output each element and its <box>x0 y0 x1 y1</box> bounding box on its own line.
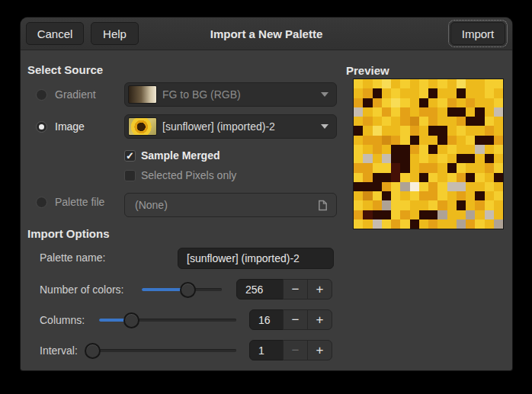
preview-cell <box>382 163 391 172</box>
preview-cell <box>428 107 437 117</box>
preview-cell <box>437 210 447 219</box>
preview-cell <box>437 126 447 135</box>
image-combo-value: [sunflower] (imported)-2 <box>162 120 321 133</box>
preview-cell <box>354 200 363 210</box>
preview-cell <box>485 107 494 117</box>
interval-slider-track[interactable] <box>85 349 236 352</box>
preview-cell <box>391 182 400 191</box>
interval-slider-handle[interactable] <box>85 343 101 359</box>
preview-cell <box>457 117 466 126</box>
preview-cell <box>475 200 484 210</box>
preview-cell <box>354 79 363 88</box>
palette-file-chooser[interactable]: (None) <box>124 193 337 217</box>
import-palette-dialog: Import a New Palette Cancel Help Import … <box>21 18 512 370</box>
palette-name-input[interactable] <box>178 248 334 269</box>
preview-cell <box>485 154 494 163</box>
selected-pixels-label[interactable]: Selected Pixels only <box>141 169 236 182</box>
preview-cell <box>447 163 457 172</box>
preview-cell <box>437 173 447 182</box>
sample-merged-label[interactable]: Sample Merged <box>141 149 220 162</box>
preview-cell <box>400 88 409 98</box>
preview-cell <box>428 154 437 163</box>
preview-cell <box>410 200 419 210</box>
preview-cell <box>428 88 437 98</box>
image-radio[interactable] <box>36 121 47 133</box>
preview-cell <box>410 98 419 107</box>
preview-cell <box>363 126 372 135</box>
columns-minus-button[interactable]: − <box>283 309 308 330</box>
preview-cell <box>400 145 409 154</box>
preview-cell <box>485 191 494 200</box>
interval-entry[interactable] <box>249 340 284 360</box>
preview-cell <box>447 173 457 182</box>
preview-cell <box>494 210 503 219</box>
num-colors-entry[interactable] <box>236 279 284 300</box>
image-radio-label[interactable]: Image <box>55 120 85 133</box>
gradient-combo[interactable]: FG to BG (RGB) <box>124 82 337 107</box>
preview-cell <box>410 210 419 219</box>
preview-cell <box>466 107 475 117</box>
preview-cell <box>437 145 447 154</box>
cancel-button[interactable]: Cancel <box>26 22 84 45</box>
preview-cell <box>354 88 363 98</box>
preview-cell <box>447 117 457 126</box>
preview-cell <box>466 163 475 172</box>
preview-cell <box>391 79 400 88</box>
preview-cell <box>428 79 437 88</box>
preview-cell <box>419 173 428 182</box>
gradient-thumbnail-icon <box>128 85 157 104</box>
preview-cell <box>494 136 503 145</box>
preview-cell <box>428 191 437 200</box>
preview-cell <box>494 173 503 182</box>
preview-cell <box>391 145 400 154</box>
preview-cell <box>485 98 494 107</box>
preview-cell <box>485 163 494 172</box>
preview-cell <box>400 173 409 182</box>
preview-cell <box>363 154 372 163</box>
preview-cell <box>419 191 428 200</box>
preview-cell <box>382 98 391 107</box>
columns-plus-button[interactable]: + <box>307 309 332 330</box>
palette-file-radio[interactable] <box>36 197 47 208</box>
preview-cell <box>428 182 437 191</box>
interval-plus-button[interactable]: + <box>307 340 332 360</box>
preview-cell <box>475 145 484 154</box>
gradient-radio[interactable] <box>36 89 47 101</box>
preview-cell <box>428 136 437 145</box>
preview-cell <box>382 210 391 219</box>
preview-cell <box>428 163 437 172</box>
image-combo[interactable]: [sunflower] (imported)-2 <box>124 114 337 139</box>
selected-pixels-checkbox[interactable] <box>124 170 136 181</box>
preview-cell <box>363 219 372 229</box>
num-colors-minus-button[interactable]: − <box>283 279 308 300</box>
preview-cell <box>494 191 503 200</box>
preview-cell <box>391 154 400 163</box>
num-colors-plus-button[interactable]: + <box>307 279 332 300</box>
preview-cell <box>457 173 466 182</box>
palette-file-radio-label[interactable]: Palette file <box>55 196 104 209</box>
num-colors-slider-handle[interactable] <box>180 282 196 298</box>
preview-cell <box>428 126 437 135</box>
import-button[interactable]: Import <box>450 22 505 45</box>
preview-cell <box>400 163 409 172</box>
interval-minus-button[interactable]: − <box>283 340 308 360</box>
preview-cell <box>382 154 391 163</box>
help-button[interactable]: Help <box>91 22 139 45</box>
preview-cell <box>391 210 400 219</box>
preview-cell <box>447 210 457 219</box>
preview-cell <box>391 88 400 98</box>
preview-cell <box>475 154 484 163</box>
columns-entry[interactable] <box>249 309 284 330</box>
preview-cell <box>475 163 484 172</box>
preview-cell <box>466 200 475 210</box>
preview-cell <box>382 200 391 210</box>
preview-cell <box>363 117 372 126</box>
sample-merged-checkbox[interactable]: ✓ <box>124 150 136 162</box>
columns-slider-handle[interactable] <box>123 312 139 328</box>
preview-cell <box>475 88 484 98</box>
preview-cell <box>428 117 437 126</box>
preview-heading: Preview <box>346 64 389 77</box>
preview-cell <box>400 79 409 88</box>
preview-cell <box>494 79 503 88</box>
gradient-radio-label[interactable]: Gradient <box>55 88 96 101</box>
